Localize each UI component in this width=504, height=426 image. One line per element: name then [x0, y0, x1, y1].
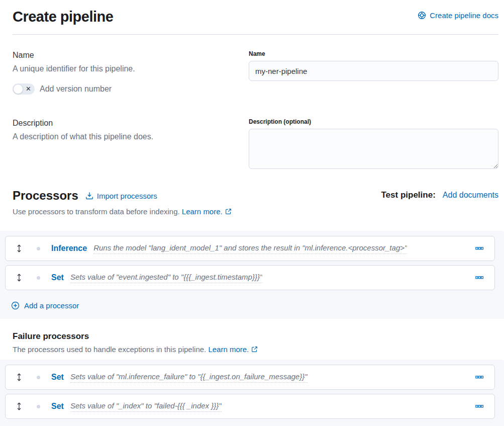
name-form-row: Name A unique identifier for this pipeli… [13, 50, 498, 95]
drag-handle-icon[interactable] [16, 373, 23, 382]
processor-description[interactable]: Sets value of "_index" to "failed-{{{ _i… [70, 401, 222, 412]
processor-menu-button[interactable] [473, 403, 485, 410]
processors-learn-more-link[interactable]: Learn more. [182, 206, 232, 217]
name-field-label: Name [249, 50, 498, 58]
drag-handle-icon[interactable] [16, 244, 23, 253]
processor-name-link[interactable]: Set [51, 402, 64, 411]
learn-more-label: Learn more. [182, 206, 223, 217]
external-link-icon [251, 346, 258, 353]
processor-name-link[interactable]: Set [51, 373, 64, 382]
failure-processor-row-set-1: Set Sets value of "ml.inference_failure"… [5, 365, 495, 390]
import-processors-link[interactable]: Import processors [85, 192, 157, 200]
processor-description[interactable]: Runs the model "lang_ident_model_1" and … [93, 243, 407, 254]
processors-header: Processors Import processors Use process… [13, 188, 498, 217]
processors-title-line: Processors Import processors [13, 188, 232, 203]
description-form-row: Description A description of what this p… [13, 118, 498, 171]
processors-subtitle-text: Use processors to transform data before … [13, 207, 180, 216]
external-link-icon [225, 208, 232, 215]
add-version-toggle[interactable]: ✕ [13, 83, 35, 95]
name-row-title: Name [13, 50, 236, 61]
bullet-dot-icon [37, 247, 40, 250]
plus-circle-icon [11, 301, 20, 310]
add-processor-label: Add a processor [24, 301, 79, 310]
learn-more-label: Learn more. [208, 344, 249, 355]
cross-mark-icon: ✕ [26, 86, 31, 92]
add-documents-link[interactable]: Add documents [443, 191, 498, 200]
failure-processors-subtitle: The processors used to handle exceptions… [13, 344, 498, 355]
processors-subtitle: Use processors to transform data before … [13, 206, 232, 217]
failure-processors-panel: Set Sets value of "ml.inference_failure"… [0, 360, 504, 426]
processor-description[interactable]: Sets value of "ml.inference_failure" to … [70, 372, 308, 383]
test-pipeline-label: Test pipeline: [381, 190, 436, 200]
page-title: Create pipeline [13, 7, 113, 26]
failure-learn-more-link[interactable]: Learn more. [208, 344, 258, 355]
import-processors-label: Import processors [97, 192, 157, 200]
processor-menu-button[interactable] [473, 245, 485, 252]
import-tray-icon [85, 192, 93, 200]
processor-description[interactable]: Sets value of "event.ingested" to "{{{_i… [70, 273, 262, 283]
processor-name-link[interactable]: Inference [51, 244, 87, 253]
create-pipeline-page: Create pipeline Create pipeline docs Nam… [0, 0, 504, 426]
bullet-dot-icon [37, 276, 40, 280]
failure-processor-row-set-2: Set Sets value of "_index" to "failed-{{… [5, 394, 495, 419]
name-row-info: Name A unique identifier for this pipeli… [13, 50, 249, 95]
name-row-help: A unique identifier for this pipeline. [13, 63, 236, 74]
version-toggle-line: ✕ Add version number [13, 83, 236, 95]
processors-title: Processors [13, 188, 78, 203]
name-field-col: Name [249, 50, 498, 95]
drag-handle-icon[interactable] [16, 273, 23, 282]
toggle-knob [13, 84, 23, 94]
processor-menu-button[interactable] [473, 274, 485, 281]
description-row-info: Description A description of what this p… [13, 118, 249, 171]
page-header: Create pipeline Create pipeline docs [13, 7, 498, 26]
version-toggle-label: Add version number [40, 84, 112, 94]
bullet-dot-icon [37, 405, 40, 408]
pipeline-description-textarea[interactable] [249, 129, 498, 169]
processor-name-link[interactable]: Set [51, 273, 64, 282]
processors-header-left: Processors Import processors Use process… [13, 188, 232, 217]
pipeline-name-input[interactable] [249, 61, 498, 81]
processor-row-set: Set Sets value of "event.ingested" to "{… [5, 265, 495, 290]
description-row-help: A description of what this pipeline does… [13, 131, 236, 142]
processor-menu-button[interactable] [473, 374, 485, 381]
docs-link-label: Create pipeline docs [430, 11, 498, 20]
description-row-title: Description [13, 118, 236, 129]
processors-panel: Inference Runs the model "lang_ident_mod… [0, 231, 504, 319]
description-field-label: Description (optional) [249, 118, 498, 126]
bullet-dot-icon [37, 376, 40, 379]
description-field-col: Description (optional) [249, 118, 498, 171]
failure-subtitle-text: The processors used to handle exceptions… [13, 345, 206, 354]
processor-row-inference: Inference Runs the model "lang_ident_mod… [5, 236, 495, 261]
lifebuoy-docs-icon [418, 11, 426, 20]
add-processor-button[interactable]: Add a processor [11, 301, 79, 310]
create-pipeline-docs-link[interactable]: Create pipeline docs [418, 11, 498, 20]
drag-handle-icon[interactable] [16, 402, 23, 411]
test-pipeline-line: Test pipeline: Add documents [381, 190, 499, 200]
failure-processors-title: Failure processors [13, 331, 498, 342]
header-divider [13, 34, 498, 35]
